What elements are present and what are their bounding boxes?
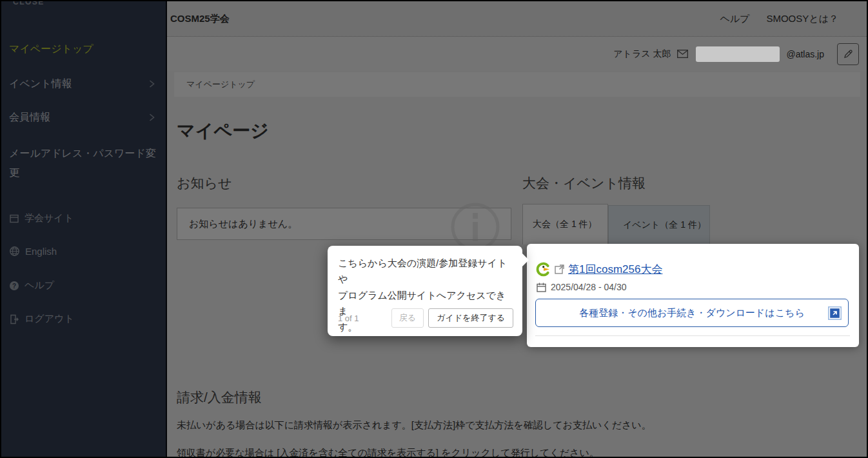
guide-dim-overlay [1,1,867,457]
event-procedures-button[interactable]: 各種登録・その他お手続き・ダウンロードはこちら [535,299,849,327]
mypage-screen: CLOSE マイページトップ イベント情報 会員情報 メールアドレス・パスワード… [0,0,868,458]
calendar-icon [537,283,546,292]
guide-back-button[interactable]: 戻る [391,308,424,328]
external-link-icon [828,306,842,320]
tooltip-arrow [522,254,529,266]
redacted-email-local-part [696,46,780,62]
event-title-link[interactable]: 第1回cosm256大会 [568,262,662,277]
guide-tooltip: こちらから大会の演題/参加登録サイトや プログラム公開サイトへアクセスできま す… [328,246,522,336]
event-card: 第1回cosm256大会 2025/04/28 - 04/30 各種登録・その他… [527,244,859,347]
conference-favicon-icon [536,262,551,277]
guide-step-counter: 1 of 1 [338,314,359,323]
external-link-icon [555,264,564,274]
guide-finish-button[interactable]: ガイドを終了する [428,308,513,328]
card-divider [535,335,850,336]
event-dates: 2025/04/28 - 04/30 [551,282,627,292]
